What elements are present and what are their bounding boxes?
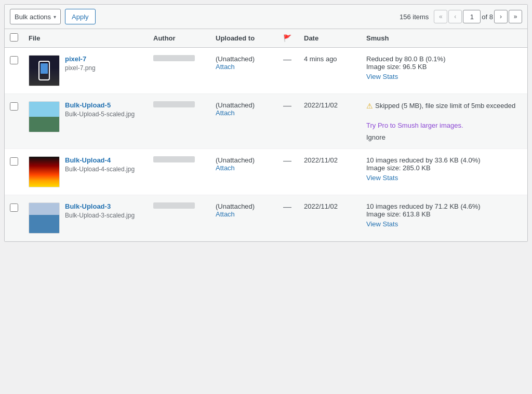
smush-image-size: Image size: 613.8 KB (366, 210, 522, 218)
row-checkbox[interactable] (10, 56, 18, 64)
file-thumbnail (29, 55, 60, 86)
items-count: 156 items (400, 13, 429, 21)
header-date: Date (299, 29, 361, 48)
flag-dash: — (283, 156, 291, 165)
smush-cell: ⚠Skipped (5 MB), file size limit of 5mb … (361, 94, 527, 149)
file-name-link[interactable]: Bulk-Upload-5 (65, 101, 135, 109)
pager-next-button[interactable]: › (494, 10, 508, 23)
table-row: Bulk-Upload-3Bulk-Upload-3-scaled.jpg(Un… (5, 195, 527, 241)
smush-cell: Reduced by 80.0 B (0.1%)Image size: 96.5… (361, 48, 527, 94)
file-cell: pixel-7pixel-7.png (23, 48, 148, 94)
author-cell (148, 195, 210, 241)
table-row: pixel-7pixel-7.png(Unattached)Attach—4 m… (5, 48, 527, 94)
table-header-row: File Author Uploaded to 🚩 Date Smush (5, 29, 527, 48)
pager-of-label: of 8 (482, 13, 493, 21)
flag-cell: — (278, 195, 299, 241)
row-checkbox-cell (5, 148, 23, 195)
toolbar-right: 156 items « ‹ of 8 › » (400, 10, 522, 23)
view-stats-link[interactable]: View Stats (366, 220, 398, 228)
view-stats-link[interactable]: View Stats (366, 73, 398, 80)
pager-prev-button[interactable]: ‹ (448, 10, 462, 23)
date-cell: 2022/11/02 (299, 148, 361, 195)
unattached-label: (Unattached) (216, 202, 273, 210)
header-file: File (23, 29, 148, 48)
smush-cell: 10 images reduced by 33.6 KB (4.0%)Image… (361, 148, 527, 195)
media-table: File Author Uploaded to 🚩 Date Smush pix… (5, 29, 527, 241)
smush-cell: 10 images reduced by 71.2 KB (4.6%)Image… (361, 195, 527, 241)
attach-link[interactable]: Attach (216, 109, 235, 117)
ignore-link[interactable]: Ignore (366, 133, 385, 141)
author-cell (148, 48, 210, 94)
author-placeholder (153, 101, 195, 107)
file-slug: Bulk-Upload-4-scaled.jpg (65, 166, 135, 173)
select-all-checkbox[interactable] (10, 33, 18, 42)
file-thumbnail (29, 202, 60, 234)
media-library-container: Bulk actions ▾ Apply 156 items « ‹ of 8 … (4, 4, 528, 242)
unattached-label: (Unattached) (216, 156, 273, 164)
bulk-actions-select[interactable]: Bulk actions (15, 13, 51, 21)
view-stats-link[interactable]: View Stats (366, 174, 398, 182)
smush-image-size: Image size: 96.5 KB (366, 63, 522, 71)
file-name-link[interactable]: pixel-7 (65, 55, 96, 63)
header-smush: Smush (361, 29, 527, 48)
file-slug: Bulk-Upload-3-scaled.jpg (65, 212, 135, 219)
header-check (5, 29, 23, 48)
file-name-link[interactable]: Bulk-Upload-4 (65, 156, 135, 164)
toolbar: Bulk actions ▾ Apply 156 items « ‹ of 8 … (5, 5, 527, 29)
unattached-label: (Unattached) (216, 55, 273, 63)
uploaded-to-cell: (Unattached)Attach (210, 195, 278, 241)
author-placeholder (153, 202, 195, 209)
flag-dash: — (283, 101, 291, 110)
file-cell: Bulk-Upload-3Bulk-Upload-3-scaled.jpg (23, 195, 148, 241)
date-cell: 2022/11/02 (299, 195, 361, 241)
attach-link[interactable]: Attach (216, 210, 235, 218)
author-placeholder (153, 156, 195, 162)
pro-link[interactable]: Try Pro to Smush larger images. (366, 121, 463, 129)
chevron-down-icon: ▾ (54, 14, 56, 20)
smush-image-size: Image size: 285.0 KB (366, 164, 522, 172)
unattached-label: (Unattached) (216, 101, 273, 109)
file-name-link[interactable]: Bulk-Upload-3 (65, 202, 135, 210)
date-cell: 2022/11/02 (299, 94, 361, 149)
file-thumbnail (29, 101, 60, 132)
header-flag: 🚩 (278, 29, 299, 48)
uploaded-to-cell: (Unattached)Attach (210, 48, 278, 94)
date-cell: 4 mins ago (299, 48, 361, 94)
flag-cell: — (278, 94, 299, 149)
file-slug: pixel-7.png (65, 64, 96, 72)
pager-last-button[interactable]: » (509, 10, 522, 23)
apply-button[interactable]: Apply (65, 9, 96, 24)
smush-reduced: Reduced by 80.0 B (0.1%) (366, 55, 522, 63)
attach-link[interactable]: Attach (216, 164, 235, 172)
table-row: Bulk-Upload-5Bulk-Upload-5-scaled.jpg(Un… (5, 94, 527, 149)
pager-current-input[interactable] (463, 10, 481, 23)
author-cell (148, 148, 210, 195)
row-checkbox-cell (5, 94, 23, 149)
uploaded-to-cell: (Unattached)Attach (210, 94, 278, 149)
flag-cell: — (278, 48, 299, 94)
pager: « ‹ of 8 › » (434, 10, 522, 23)
header-uploaded-to: Uploaded to (210, 29, 278, 48)
row-checkbox[interactable] (10, 102, 18, 111)
uploaded-to-cell: (Unattached)Attach (210, 148, 278, 195)
bulk-actions-dropdown[interactable]: Bulk actions ▾ (10, 9, 61, 24)
row-checkbox[interactable] (10, 203, 18, 212)
toolbar-left: Bulk actions ▾ Apply (10, 9, 96, 24)
file-cell: Bulk-Upload-5Bulk-Upload-5-scaled.jpg (23, 94, 148, 149)
smush-reduced: 10 images reduced by 33.6 KB (4.0%) (366, 156, 522, 164)
smush-reduced: 10 images reduced by 71.2 KB (4.6%) (366, 202, 522, 210)
author-placeholder (153, 55, 195, 61)
pager-first-button[interactable]: « (434, 10, 447, 23)
skipped-warning: ⚠Skipped (5 MB), file size limit of 5mb … (366, 101, 522, 112)
flag-dash: — (283, 55, 291, 64)
attach-link[interactable]: Attach (216, 63, 235, 71)
flag-dash: — (283, 202, 291, 211)
author-cell (148, 94, 210, 149)
table-row: Bulk-Upload-4Bulk-Upload-4-scaled.jpg(Un… (5, 148, 527, 195)
row-checkbox[interactable] (10, 157, 18, 166)
row-checkbox-cell (5, 195, 23, 241)
warning-icon: ⚠ (366, 101, 373, 112)
file-cell: Bulk-Upload-4Bulk-Upload-4-scaled.jpg (23, 148, 148, 195)
file-thumbnail (29, 156, 60, 187)
header-author: Author (148, 29, 210, 48)
